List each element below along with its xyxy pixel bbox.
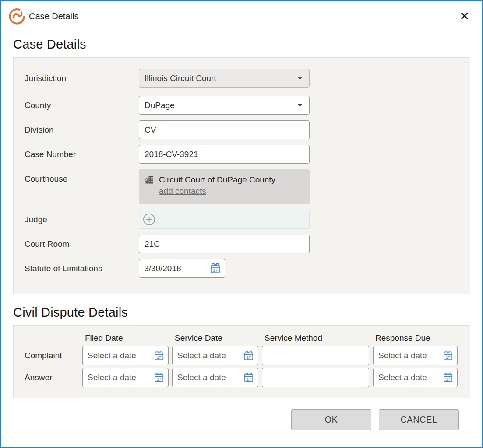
county-select[interactable]: DuPage bbox=[139, 96, 310, 115]
dispute-table-header: Filed Date Service Date Service Method R… bbox=[25, 333, 461, 343]
svg-text:17: 17 bbox=[157, 377, 161, 382]
answer-filed-date-placeholder: Select a date bbox=[88, 373, 136, 382]
svg-text:17: 17 bbox=[446, 355, 450, 360]
case-details-panel: Jurisdiction Illinois Circuit Court Coun… bbox=[13, 57, 470, 294]
court-room-input[interactable] bbox=[139, 234, 310, 253]
table-row-answer: Answer Select a date 17 Select a date 17… bbox=[25, 368, 461, 387]
form-row-jurisdiction: Jurisdiction Illinois Circuit Court bbox=[25, 69, 461, 88]
dialog-content: Case Details Jurisdiction Illinois Circu… bbox=[1, 37, 482, 430]
titlebar: Case Details ✕ bbox=[1, 1, 482, 26]
complaint-response-due-field[interactable]: Select a date 17 bbox=[373, 346, 458, 365]
case-details-dialog: Case Details ✕ Case Details Jurisdiction… bbox=[0, 0, 483, 448]
answer-row-label: Answer bbox=[25, 373, 82, 382]
judge-label: Judge bbox=[25, 215, 139, 224]
calendar-icon[interactable]: 17 bbox=[442, 372, 454, 383]
complaint-row-label: Complaint bbox=[25, 351, 82, 360]
chevron-down-icon bbox=[297, 77, 303, 80]
jurisdiction-value: Illinois Circuit Court bbox=[145, 74, 216, 83]
answer-response-due-placeholder: Select a date bbox=[378, 373, 427, 382]
judge-picker-field[interactable] bbox=[139, 210, 310, 229]
header-spacer bbox=[25, 333, 82, 343]
county-value: DuPage bbox=[145, 101, 175, 110]
col-header-service-date: Service Date bbox=[172, 333, 262, 343]
calendar-icon[interactable]: 17 bbox=[153, 350, 165, 361]
answer-response-due-field[interactable]: Select a date 17 bbox=[373, 368, 458, 387]
division-input[interactable] bbox=[139, 120, 310, 139]
answer-service-date-placeholder: Select a date bbox=[177, 373, 226, 382]
form-row-statute: Statute of Limitations 3/30/2018 17 bbox=[25, 259, 461, 278]
calendar-icon[interactable]: 17 bbox=[209, 262, 221, 274]
form-row-court-room: Court Room bbox=[25, 234, 461, 253]
jurisdiction-label: Jurisdiction bbox=[25, 74, 139, 83]
svg-text:17: 17 bbox=[446, 377, 450, 382]
calendar-icon[interactable]: 17 bbox=[243, 372, 254, 383]
chevron-down-icon bbox=[297, 104, 303, 107]
answer-filed-date-field[interactable]: Select a date 17 bbox=[82, 368, 169, 387]
case-details-heading: Case Details bbox=[13, 37, 470, 52]
courthouse-contact-card: Circuit Court of DuPage County add conta… bbox=[139, 169, 310, 204]
form-row-division: Division bbox=[25, 120, 461, 139]
close-icon[interactable]: ✕ bbox=[458, 10, 471, 23]
case-number-input[interactable] bbox=[139, 145, 310, 164]
cancel-button[interactable]: CANCEL bbox=[379, 410, 459, 430]
table-row-complaint: Complaint Select a date 17 Select a date… bbox=[25, 346, 461, 365]
division-label: Division bbox=[25, 125, 139, 135]
complaint-filed-date-field[interactable]: Select a date 17 bbox=[82, 346, 169, 365]
jurisdiction-select[interactable]: Illinois Circuit Court bbox=[139, 69, 310, 88]
complaint-filed-date-placeholder: Select a date bbox=[88, 351, 136, 360]
form-row-judge: Judge bbox=[25, 210, 461, 229]
add-judge-plus-icon[interactable] bbox=[142, 213, 156, 226]
complaint-service-date-placeholder: Select a date bbox=[177, 351, 226, 360]
col-header-response-due: Response Due bbox=[373, 333, 457, 343]
col-header-filed-date: Filed Date bbox=[82, 333, 172, 343]
dialog-footer: OK CANCEL bbox=[13, 398, 470, 430]
add-contacts-link[interactable]: add contacts bbox=[159, 186, 206, 196]
court-room-label: Court Room bbox=[25, 239, 139, 249]
courthouse-name: Circuit Court of DuPage County bbox=[159, 175, 275, 185]
building-icon bbox=[145, 175, 155, 185]
courthouse-contact: Circuit Court of DuPage County bbox=[145, 175, 305, 185]
smokeball-logo-icon bbox=[8, 7, 26, 25]
answer-service-date-field[interactable]: Select a date 17 bbox=[172, 368, 258, 387]
form-row-case-number: Case Number bbox=[25, 145, 461, 164]
county-label: County bbox=[25, 101, 139, 110]
statute-date-value: 3/30/2018 bbox=[144, 264, 181, 273]
statute-label: Statute of Limitations bbox=[25, 264, 139, 273]
case-number-label: Case Number bbox=[25, 150, 139, 159]
window-title: Case Details bbox=[29, 11, 78, 21]
col-header-service-method: Service Method bbox=[262, 333, 373, 343]
answer-service-method-input[interactable] bbox=[262, 368, 369, 387]
form-row-courthouse: Courthouse bbox=[25, 169, 461, 204]
complaint-service-date-field[interactable]: Select a date 17 bbox=[172, 346, 258, 365]
form-row-county: County DuPage bbox=[25, 96, 461, 115]
svg-text:17: 17 bbox=[157, 355, 161, 360]
civil-dispute-panel: Filed Date Service Date Service Method R… bbox=[13, 326, 470, 398]
svg-text:17: 17 bbox=[213, 268, 218, 273]
calendar-icon[interactable]: 17 bbox=[442, 350, 454, 361]
svg-text:17: 17 bbox=[247, 355, 251, 360]
statute-date-field[interactable]: 3/30/2018 17 bbox=[139, 259, 225, 278]
complaint-service-method-input[interactable] bbox=[262, 346, 369, 365]
calendar-icon[interactable]: 17 bbox=[243, 350, 254, 361]
complaint-response-due-placeholder: Select a date bbox=[378, 351, 427, 360]
civil-dispute-heading: Civil Dispute Details bbox=[13, 305, 470, 320]
svg-text:17: 17 bbox=[247, 377, 251, 382]
ok-button[interactable]: OK bbox=[291, 410, 371, 430]
courthouse-label: Courthouse bbox=[25, 169, 139, 184]
calendar-icon[interactable]: 17 bbox=[153, 372, 165, 383]
